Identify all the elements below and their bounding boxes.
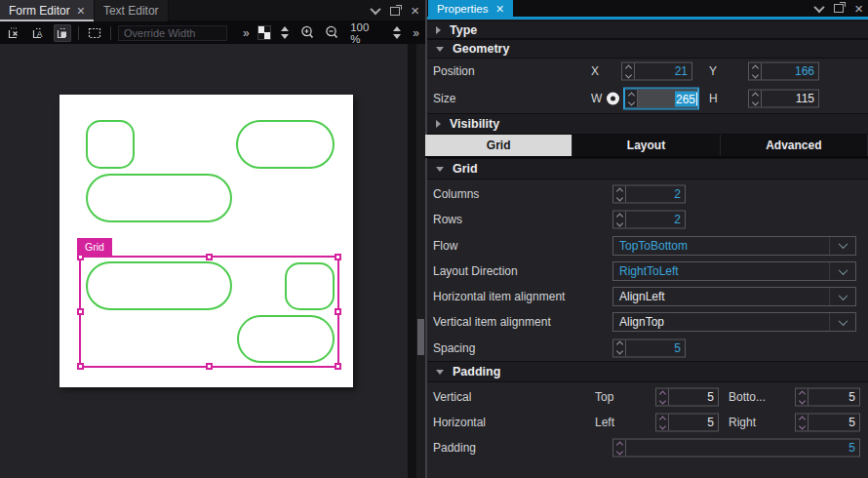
rows-spinbox[interactable]: 2 bbox=[612, 211, 686, 229]
form-editor-viewport[interactable]: Grid bbox=[0, 44, 408, 478]
override-indicator-icon[interactable] bbox=[607, 93, 619, 105]
form-editor-panel: Form Editor × Text Editor × bbox=[0, 0, 425, 478]
padding-right-value[interactable]: 5 bbox=[809, 415, 859, 431]
padding-all-spinbox[interactable]: 5 bbox=[612, 439, 860, 458]
resize-handle[interactable] bbox=[206, 363, 213, 370]
size-w-edit-area[interactable]: 265 bbox=[638, 90, 697, 108]
horizontal-item-alignment-dropdown[interactable]: AlignLeft bbox=[612, 287, 856, 306]
ui-element[interactable] bbox=[237, 315, 335, 363]
position-x-spinbox[interactable]: 21 bbox=[621, 62, 692, 81]
position-y-value[interactable]: 166 bbox=[762, 63, 818, 80]
spin-buttons[interactable] bbox=[613, 186, 626, 203]
size-h-spinbox[interactable]: 115 bbox=[748, 90, 819, 108]
resize-handle[interactable] bbox=[77, 308, 84, 315]
columns-spinbox[interactable]: 2 bbox=[612, 185, 686, 204]
spin-buttons[interactable] bbox=[796, 389, 809, 406]
zoom-in-button[interactable] bbox=[298, 24, 316, 42]
dropdown-arrow[interactable] bbox=[829, 262, 855, 280]
tab-advanced[interactable]: Advanced bbox=[721, 135, 868, 156]
chevron-down-icon[interactable] bbox=[371, 4, 381, 15]
resize-handle[interactable] bbox=[335, 254, 341, 260]
close-icon[interactable]: × bbox=[854, 3, 863, 15]
position-x-value[interactable]: 21 bbox=[635, 63, 691, 80]
size-w-spinbox[interactable]: 265 bbox=[624, 89, 698, 109]
marquee-select-button[interactable] bbox=[86, 24, 103, 42]
vertical-scrollbar[interactable] bbox=[416, 44, 425, 478]
spin-buttons[interactable] bbox=[796, 415, 809, 431]
float-window-icon[interactable] bbox=[390, 7, 400, 16]
resize-handle[interactable] bbox=[335, 363, 341, 370]
size-h-value[interactable]: 115 bbox=[762, 91, 818, 107]
zoom-level-value: 100 % bbox=[347, 21, 383, 45]
padding-left-value[interactable]: 5 bbox=[669, 415, 718, 431]
spin-buttons[interactable] bbox=[613, 339, 626, 356]
close-icon[interactable]: × bbox=[495, 3, 503, 15]
size-row: Size W 265 H 115 bbox=[427, 84, 868, 113]
ui-element[interactable] bbox=[86, 120, 135, 169]
columns-value[interactable]: 2 bbox=[626, 186, 685, 203]
tab-text-editor[interactable]: Text Editor bbox=[95, 0, 169, 21]
dropdown-arrow[interactable] bbox=[829, 313, 855, 331]
background-stepper[interactable] bbox=[278, 26, 292, 39]
section-header-type[interactable]: Type bbox=[427, 20, 868, 39]
padding-top-spinbox[interactable]: 5 bbox=[655, 388, 719, 407]
tab-properties[interactable]: Properties × bbox=[428, 0, 513, 17]
override-size-button[interactable] bbox=[54, 24, 71, 42]
override-delete-button[interactable] bbox=[5, 24, 22, 42]
columns-label: Columns bbox=[433, 187, 479, 201]
ui-element[interactable] bbox=[86, 261, 232, 310]
layout-direction-dropdown[interactable]: RightToLeft bbox=[612, 261, 856, 281]
ui-element[interactable] bbox=[236, 120, 335, 169]
padding-top-value[interactable]: 5 bbox=[669, 389, 718, 406]
spin-buttons[interactable] bbox=[749, 91, 762, 107]
padding-right-spinbox[interactable]: 5 bbox=[795, 414, 860, 432]
canvas-background-swatch[interactable] bbox=[257, 25, 271, 40]
rows-label: Rows bbox=[433, 213, 462, 226]
spin-buttons[interactable] bbox=[625, 90, 638, 108]
ui-element[interactable] bbox=[86, 174, 232, 222]
size-w-value[interactable]: 265 bbox=[675, 91, 696, 106]
padding-bottom-value[interactable]: 5 bbox=[809, 389, 859, 406]
spin-buttons[interactable] bbox=[656, 415, 669, 431]
flow-dropdown[interactable]: TopToBottom bbox=[612, 236, 856, 256]
zoom-stepper[interactable] bbox=[390, 26, 404, 39]
section-type-label: Type bbox=[450, 23, 477, 37]
resize-handle[interactable] bbox=[77, 363, 84, 370]
float-window-icon[interactable] bbox=[834, 4, 844, 13]
spin-buttons[interactable] bbox=[622, 63, 635, 80]
override-text-button[interactable]: A bbox=[29, 24, 47, 42]
resize-handle[interactable] bbox=[206, 254, 213, 260]
spin-buttons[interactable] bbox=[656, 389, 669, 406]
section-header-grid[interactable]: Grid bbox=[427, 158, 868, 179]
design-canvas[interactable]: Grid bbox=[59, 95, 353, 387]
rows-value[interactable]: 2 bbox=[626, 212, 685, 228]
toolbar-overflow-right[interactable]: » bbox=[411, 26, 420, 40]
zoom-out-button[interactable] bbox=[323, 24, 340, 42]
spacing-spinbox[interactable]: 5 bbox=[612, 339, 686, 357]
close-icon[interactable]: × bbox=[77, 5, 85, 17]
padding-bottom-spinbox[interactable]: 5 bbox=[795, 388, 860, 407]
tab-grid[interactable]: Grid bbox=[425, 135, 572, 156]
position-y-spinbox[interactable]: 166 bbox=[748, 62, 819, 81]
toolbar-overflow-left[interactable]: » bbox=[241, 26, 251, 40]
dropdown-arrow[interactable] bbox=[829, 288, 855, 305]
vertical-item-alignment-dropdown[interactable]: AlignTop bbox=[612, 312, 856, 332]
tab-layout[interactable]: Layout bbox=[572, 135, 720, 156]
ui-element[interactable] bbox=[285, 262, 335, 310]
spin-buttons[interactable] bbox=[613, 440, 626, 457]
override-width-input[interactable] bbox=[118, 25, 227, 41]
dropdown-arrow[interactable] bbox=[829, 237, 855, 255]
padding-left-spinbox[interactable]: 5 bbox=[655, 414, 719, 432]
scrollbar-thumb[interactable] bbox=[417, 319, 424, 355]
spacing-value[interactable]: 5 bbox=[626, 339, 685, 356]
section-header-padding[interactable]: Padding bbox=[427, 361, 868, 382]
spin-buttons[interactable] bbox=[613, 212, 626, 228]
resize-handle[interactable] bbox=[335, 308, 341, 315]
close-icon[interactable]: × bbox=[411, 5, 419, 17]
spin-buttons[interactable] bbox=[749, 63, 762, 80]
section-header-geometry[interactable]: Geometry bbox=[427, 39, 868, 59]
chevron-down-icon[interactable] bbox=[814, 1, 825, 12]
tab-form-editor[interactable]: Form Editor × bbox=[0, 0, 95, 21]
padding-all-value[interactable]: 5 bbox=[626, 440, 859, 457]
section-header-visibility[interactable]: Visibility bbox=[427, 113, 868, 135]
